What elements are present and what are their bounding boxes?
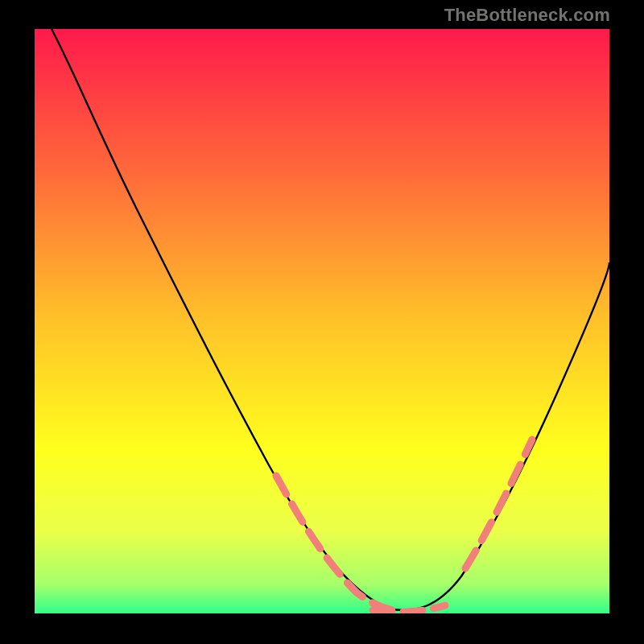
- chart-frame: TheBottleneck.com: [0, 0, 644, 644]
- highlight-left: [276, 476, 401, 612]
- curve-main: [52, 29, 609, 610]
- bottleneck-curve: [35, 29, 609, 613]
- watermark-text: TheBottleneck.com: [444, 5, 610, 26]
- highlight-right: [465, 440, 532, 568]
- plot-area: [35, 29, 609, 613]
